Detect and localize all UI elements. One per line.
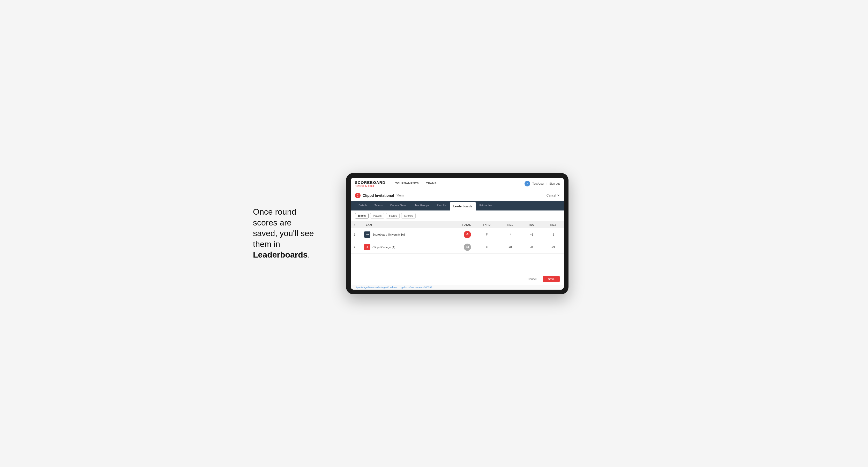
team-name-1: Scoreboard University [A] (372, 233, 405, 236)
nav-links: TOURNAMENTS TEAMS (392, 178, 440, 190)
tournament-logo: C (355, 193, 361, 198)
team-cell-2: C Clippd College [A] (361, 241, 446, 253)
rd2-1: +5 (521, 228, 542, 241)
total-1: -5 (446, 228, 474, 241)
logo-sub: Powered by clippd (355, 185, 385, 187)
rd3-1: -6 (542, 228, 564, 241)
tab-bar: Details Teams Course Setup Tee Groups Re… (351, 201, 564, 211)
user-avatar: S (525, 181, 530, 186)
col-total: TOTAL (446, 221, 474, 228)
col-team: TEAM (361, 221, 446, 228)
nav-tournaments[interactable]: TOURNAMENTS (392, 178, 422, 190)
thru-2: F (474, 241, 499, 253)
content-area: # TEAM TOTAL THRU RD1 RD2 RD3 1 (351, 221, 564, 273)
rd1-2: +8 (499, 241, 521, 253)
tablet-frame: SCOREBOARD Powered by clippd TOURNAMENTS… (346, 173, 568, 294)
left-line2: scores are (253, 218, 291, 227)
rd2-2: -8 (521, 241, 542, 253)
thru-1: F (474, 228, 499, 241)
rank-1: 1 (351, 228, 361, 241)
table-row: 2 C Clippd College [A] +3 F (351, 241, 564, 253)
tab-course-setup[interactable]: Course Setup (386, 201, 411, 211)
logo-title: SCOREBOARD (355, 180, 385, 185)
tournament-header: C Clippd Invitational (Men) Cancel ✕ (351, 190, 564, 201)
nav-teams[interactable]: TEAMS (422, 178, 440, 190)
col-rank: # (351, 221, 361, 228)
rank-2: 2 (351, 241, 361, 253)
url-bar: https://stage-blue-coach.stagesCoreboard… (351, 285, 564, 290)
tab-teams[interactable]: Teams (371, 201, 386, 211)
nav-right: S Test User | Sign out (525, 181, 560, 186)
url-text: https://stage-blue-coach.stagesCoreboard… (355, 286, 432, 288)
top-nav: SCOREBOARD Powered by clippd TOURNAMENTS… (351, 178, 564, 190)
col-rd3: RD3 (542, 221, 564, 228)
tab-leaderboards[interactable]: Leaderboards (450, 202, 476, 211)
col-thru: THRU (474, 221, 499, 228)
filter-players[interactable]: Players (370, 213, 384, 218)
col-rd2: RD2 (521, 221, 542, 228)
left-line5-bold: Leaderboards (253, 250, 308, 259)
rd1-1: -4 (499, 228, 521, 241)
cancel-x-button[interactable]: Cancel ✕ (547, 194, 560, 197)
rd3-2: +3 (542, 241, 564, 253)
table-body: 1 SU Scoreboard University [A] -5 F (351, 228, 564, 254)
left-line4: them in (253, 240, 280, 249)
team-name-2: Clippd College [A] (372, 246, 395, 249)
card-footer: Cancel Save (351, 273, 564, 285)
tab-results[interactable]: Results (433, 201, 450, 211)
user-name: Test User (532, 182, 544, 185)
left-text-block: Once round scores are saved, you'll see … (253, 207, 331, 260)
filter-bar: Teams Players Scores Strokes (351, 211, 564, 221)
score-badge-2: +3 (464, 244, 471, 251)
tournament-name: Clippd Invitational (363, 193, 394, 197)
tablet-screen: SCOREBOARD Powered by clippd TOURNAMENTS… (351, 178, 564, 290)
left-line1: Once round (253, 207, 296, 216)
tab-details[interactable]: Details (355, 201, 371, 211)
total-2: +3 (446, 241, 474, 253)
save-button[interactable]: Save (542, 276, 560, 282)
sign-out-link[interactable]: Sign out (549, 182, 560, 185)
col-rd1: RD1 (499, 221, 521, 228)
tab-tee-groups[interactable]: Tee Groups (411, 201, 433, 211)
logo-area: SCOREBOARD Powered by clippd (355, 180, 385, 187)
tournament-gender: (Men) (396, 194, 403, 197)
leaderboard-table: # TEAM TOTAL THRU RD1 RD2 RD3 1 (351, 221, 564, 254)
score-badge-1: -5 (464, 231, 471, 238)
left-line5-end: . (308, 250, 310, 259)
tab-printables[interactable]: Printables (476, 201, 496, 211)
team-logo-1: SU (364, 231, 370, 238)
team-logo-2: C (364, 244, 370, 250)
cancel-button[interactable]: Cancel (524, 276, 540, 282)
filter-scores[interactable]: Scores (386, 213, 400, 218)
team-cell-1: SU Scoreboard University [A] (361, 228, 446, 241)
page-wrapper: Once round scores are saved, you'll see … (253, 173, 615, 294)
filter-teams[interactable]: Teams (355, 213, 369, 218)
table-row: 1 SU Scoreboard University [A] -5 F (351, 228, 564, 241)
table-header: # TEAM TOTAL THRU RD1 RD2 RD3 (351, 221, 564, 228)
filter-strokes[interactable]: Strokes (401, 213, 416, 218)
left-line3: saved, you'll see (253, 228, 314, 238)
